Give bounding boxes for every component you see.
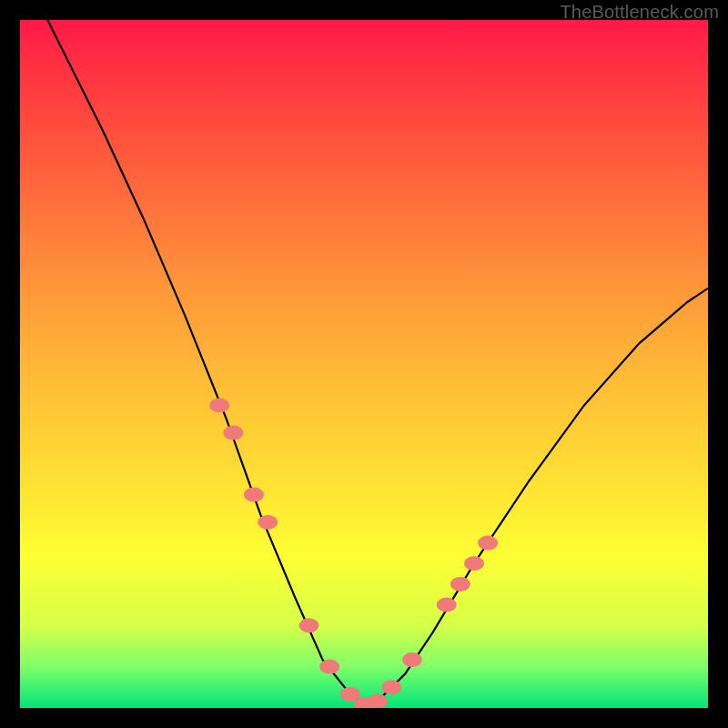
highlight-dot [478,536,498,551]
chart-plot-area [20,20,708,708]
watermark-text: TheBottleneck.com [560,2,719,23]
highlight-dot [223,426,243,440]
highlight-dot [258,515,278,530]
highlight-dot [319,660,339,674]
highlight-dot [299,618,319,632]
highlight-dot [368,693,388,708]
highlight-dot [464,556,484,571]
highlight-dot [450,577,470,592]
highlight-dots-group [209,398,498,708]
bottleneck-curve [20,20,708,704]
highlight-dot [381,680,401,694]
chart-frame: TheBottleneck.com [0,0,728,728]
highlight-dot [402,652,422,667]
highlight-dot [437,598,457,612]
highlight-dot [244,488,264,502]
highlight-dot [209,398,229,412]
chart-svg [20,20,708,708]
